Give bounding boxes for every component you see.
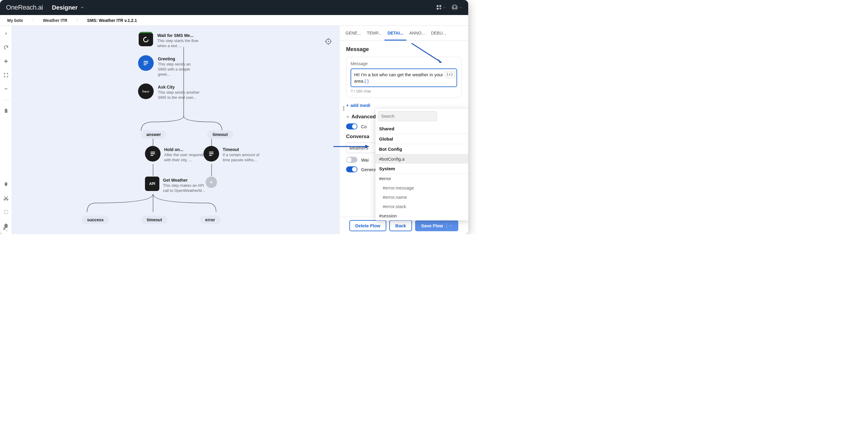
message-label: Message — [350, 61, 457, 66]
chevron-down-icon — [459, 6, 462, 9]
breadcrumb-item-2: SMS: Weather ITR v.1.2.1 — [87, 18, 137, 23]
node-title: Greeting — [158, 56, 200, 61]
delete-flow-button[interactable]: Delete Flow — [349, 220, 386, 231]
properties-panel: GENE... TEMP... DETAI... ANNO... DEBU...… — [339, 26, 468, 234]
save-flow-button[interactable]: Save Flow — [415, 220, 458, 231]
tab-annotations[interactable]: ANNO... — [406, 26, 428, 40]
branch-answer[interactable]: answer — [141, 130, 166, 139]
message-node-icon — [204, 146, 219, 162]
flow-node-hold-on[interactable]: Hold on... After the user responds with … — [145, 146, 206, 163]
insert-variable-button[interactable]: {x} — [445, 71, 455, 78]
flow-node-ask-city[interactable]: ITEXT Ask City This step sends another S… — [138, 84, 200, 100]
apps-grid-icon — [436, 5, 442, 10]
api-node-icon: API — [145, 177, 159, 191]
breadcrumb-item-0[interactable]: My bots — [7, 18, 23, 23]
left-toolbar — [0, 26, 12, 234]
panel-tabs: GENE... TEMP... DETAI... ANNO... DEBU... — [339, 26, 468, 41]
dd-section-system[interactable]: System — [375, 164, 468, 174]
node-title: Get Weather — [163, 178, 205, 182]
flow-node-greeting[interactable]: Greeting This step sends an SMS with a s… — [138, 55, 200, 77]
dd-item-error-stack[interactable]: #error.stack — [375, 202, 468, 211]
text-input-node-icon: ITEXT — [138, 84, 154, 99]
char-count: ? / 160 char — [350, 89, 457, 93]
refresh-button[interactable] — [2, 44, 10, 51]
dd-section-shared[interactable]: Shared — [375, 124, 468, 134]
start-node-icon — [139, 32, 153, 46]
flow-canvas[interactable]: Wait for SMS Me... This step starts the … — [12, 26, 339, 234]
branch-success[interactable]: success — [82, 215, 109, 224]
dd-item-error-name[interactable]: #error.name — [375, 193, 468, 202]
variable-dropdown: Shared Global Bot Config #botConfig.a Sy… — [375, 109, 468, 221]
svg-point-5 — [5, 183, 6, 184]
flow-node-get-weather[interactable]: API Get Weather This step makes an API c… — [145, 177, 205, 193]
dd-item-error-message[interactable]: #error.message — [375, 183, 468, 193]
branch-timeout[interactable]: timeout — [207, 130, 233, 139]
console-toggle[interactable]: >_ — [3, 226, 8, 231]
tab-template[interactable]: TEMP... — [364, 26, 384, 40]
chevron-right-icon — [32, 19, 34, 22]
app-name-label: Designer — [52, 4, 78, 11]
add-step-button[interactable]: + — [206, 177, 217, 188]
tab-general[interactable]: GENE... — [342, 26, 364, 40]
user-menu[interactable] — [452, 4, 462, 11]
dd-item-botconfig-a[interactable]: #botConfig.a — [375, 154, 468, 164]
node-desc: If a certain amount of time passes witho… — [223, 152, 265, 163]
chevron-down-icon — [443, 6, 446, 9]
breadcrumb: My bots Weather ITR SMS: Weather ITR v.1… — [0, 15, 468, 26]
add-button[interactable] — [2, 58, 10, 65]
add-media-label: add medi — [350, 103, 370, 108]
node-desc: After the user responds with their city,… — [164, 152, 206, 163]
back-button[interactable]: Back — [389, 220, 412, 231]
collapse-handle-icon[interactable]: ‖ — [342, 105, 345, 111]
node-title: Wait for SMS Me... — [157, 33, 199, 38]
toggle-co-label: Co — [361, 124, 367, 129]
dropdown-search-input[interactable] — [378, 111, 437, 121]
svg-rect-1 — [439, 5, 441, 7]
message-input[interactable]: Hi! I'm a bot who can get the weather in… — [350, 68, 457, 87]
node-desc: This step starts the flow when a text ..… — [157, 38, 199, 49]
location-button[interactable] — [2, 181, 10, 188]
save-flow-caret[interactable] — [446, 223, 452, 228]
logo-text: neReach.ai — [11, 4, 43, 11]
plus-icon: + — [346, 103, 349, 108]
tab-debug[interactable]: DEBU... — [428, 26, 449, 40]
apps-menu[interactable] — [436, 5, 446, 10]
dd-section-global[interactable]: Global — [375, 134, 468, 144]
brand-logo: OneReach.ai — [6, 4, 43, 11]
toggle-wait[interactable] — [346, 157, 358, 163]
add-media-button[interactable]: + add medi — [346, 103, 462, 108]
message-node-icon — [145, 146, 161, 162]
node-desc: This step makes an API call to OpenWeath… — [163, 183, 205, 193]
toggle-generate-merge[interactable] — [346, 166, 358, 172]
app-selector[interactable]: Designer — [52, 4, 84, 11]
top-bar: OneReach.ai Designer — [0, 0, 468, 15]
caret-down-icon — [449, 224, 452, 227]
svg-rect-2 — [437, 8, 438, 9]
flow-node-wait-sms[interactable]: Wait for SMS Me... This step starts the … — [139, 32, 199, 49]
branch-timeout-2[interactable]: timeout — [142, 215, 167, 224]
section-message-title: Message — [346, 46, 462, 53]
breadcrumb-item-1[interactable]: Weather ITR — [43, 18, 67, 23]
dd-item-session[interactable]: #session — [375, 211, 468, 221]
cut-button[interactable] — [2, 195, 10, 202]
expand-sidebar-button[interactable] — [2, 30, 10, 37]
collapse-button[interactable] — [2, 85, 10, 92]
svg-rect-0 — [437, 5, 438, 7]
save-flow-label: Save Flow — [421, 223, 443, 228]
node-title: Hold on... — [164, 147, 206, 152]
fullscreen-button[interactable] — [2, 71, 10, 79]
branch-error[interactable]: error — [200, 215, 221, 224]
plus-icon: + — [206, 177, 217, 188]
node-desc: This step sends an SMS with a simple gre… — [158, 62, 200, 77]
tab-details[interactable]: DETAI... — [384, 26, 406, 40]
document-button[interactable] — [2, 107, 10, 114]
merge-placeholder: { } — [364, 78, 369, 84]
dd-section-botconfig[interactable]: Bot Config — [375, 144, 468, 154]
dd-item-error[interactable]: #error — [375, 174, 468, 183]
select-button[interactable] — [2, 208, 10, 215]
flow-node-timeout[interactable]: Timeout If a certain amount of time pass… — [204, 146, 265, 163]
node-title: Timeout — [223, 147, 265, 152]
message-node-icon — [138, 55, 154, 71]
toggle-co[interactable] — [346, 123, 358, 129]
message-card: Message Hi! I'm a bot who can get the we… — [346, 57, 462, 98]
